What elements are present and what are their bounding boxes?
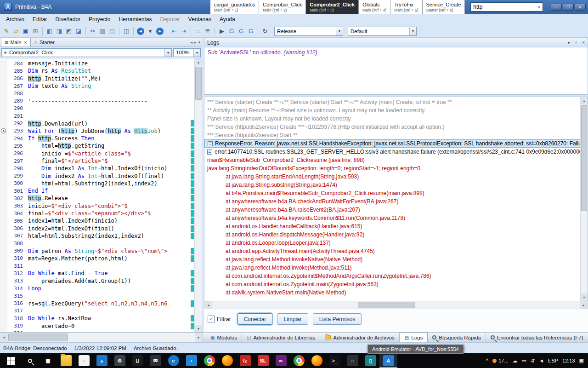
quick-tab-service-create[interactable]: Service_CreateStarter (ctrl + 6) bbox=[423, 0, 465, 14]
goto-sub-icon[interactable]: G bbox=[227, 27, 236, 36]
filter-checkbox[interactable]: ✓ bbox=[208, 316, 215, 322]
log-entry[interactable]: at anywheresoftware.b4a.BA.raiseEvent2(B… bbox=[204, 206, 580, 214]
android-studio-icon[interactable]: ∩ bbox=[344, 353, 362, 368]
notepad-icon[interactable]: ≡ bbox=[75, 353, 93, 368]
chevron-down-icon[interactable]: ▾ bbox=[567, 40, 570, 45]
code-line[interactable]: 307html=html.Substring2(index1,index2) bbox=[0, 232, 191, 240]
indent-icon[interactable]: ⇥ bbox=[179, 27, 188, 36]
firefox-icon[interactable] bbox=[218, 353, 236, 368]
start-button[interactable] bbox=[0, 353, 21, 368]
goto-next-sub-icon[interactable]: G bbox=[237, 27, 246, 36]
scroll-right-icon[interactable] bbox=[580, 301, 588, 309]
designer-icon[interactable]: ◧ bbox=[45, 27, 54, 36]
menu-editar[interactable]: Editar bbox=[28, 15, 51, 24]
mail-icon[interactable]: ✉ bbox=[147, 353, 164, 368]
filezilla-icon[interactable]: fz bbox=[236, 353, 254, 368]
code-line[interactable]: 305index1=html.IndexOf(inicio) bbox=[0, 217, 191, 224]
code-line[interactable]: 296 inicio =$"<article class="$ bbox=[0, 150, 191, 157]
pin-icon[interactable]: ⊥ bbox=[574, 40, 578, 45]
language-indicator[interactable]: ESP bbox=[548, 358, 558, 363]
display-icon[interactable]: ▭ bbox=[522, 358, 526, 364]
logs-horizontal-scrollbar[interactable] bbox=[204, 301, 588, 309]
menu-proyecto[interactable]: Proyecto bbox=[85, 15, 114, 24]
editor-horizontal-scrollbar[interactable] bbox=[0, 333, 203, 342]
code-line[interactable]: 317 bbox=[0, 307, 191, 315]
quick-tab-comprobar2-click[interactable]: Comprobar2_ClickMain (ctrl + 3) bbox=[306, 0, 359, 14]
log-entry[interactable]: at java.lang.reflect.Method.invoke(Metho… bbox=[204, 264, 580, 272]
zoom-selector[interactable]: 100% bbox=[173, 48, 201, 57]
log-entry[interactable]: at android.os.Handler.dispatchMessage(Ha… bbox=[204, 230, 580, 239]
log-entry[interactable]: error:14077410:SSL routines:SSL23_GET_SE… bbox=[204, 148, 580, 156]
menu-depurar[interactable]: Depurar bbox=[156, 15, 184, 24]
tab-modulos[interactable]: ▦Módulos bbox=[206, 333, 242, 342]
menu-ayuda[interactable]: Ayuda bbox=[215, 15, 239, 24]
scroll-down-icon[interactable] bbox=[195, 325, 202, 332]
clear-search-icon[interactable]: × bbox=[535, 4, 543, 10]
save-icon[interactable]: ▣ bbox=[21, 27, 30, 36]
quick-tab-globals[interactable]: GlobalsMain (ctrl + 4) bbox=[359, 0, 390, 14]
layouts-icon[interactable]: ◨ bbox=[55, 27, 64, 36]
terminal-icon[interactable]: >_ bbox=[326, 353, 344, 368]
volume-icon[interactable]: ◄ bbox=[539, 358, 544, 364]
task-view-icon[interactable]: ▦ bbox=[39, 353, 57, 368]
quick-tab-trytofix[interactable]: TryToFixMain (ctrl + 5) bbox=[390, 0, 422, 14]
menu-ventanas[interactable]: Ventanas bbox=[184, 15, 215, 24]
code-line[interactable]: 308 bbox=[0, 240, 191, 247]
code-line[interactable]: 304final=$"<div class="sepanum"></div>"$ bbox=[0, 210, 191, 217]
search-icon[interactable] bbox=[21, 353, 39, 368]
close-tab-icon[interactable] bbox=[24, 40, 27, 45]
log-entry[interactable]: at com.android.internal.os.ZygoteInit.ma… bbox=[204, 280, 580, 288]
editor-vertical-scrollbar[interactable] bbox=[194, 58, 202, 332]
firefox-dev-icon[interactable] bbox=[308, 353, 326, 368]
log-entry[interactable]: *** Service (starter) Create **~i:** Ser… bbox=[204, 98, 580, 106]
log-entry[interactable]: at dalvik.system.NativeStart.main(Native… bbox=[204, 288, 580, 297]
log-entry[interactable]: main$ResumableSub_Comprobar2_Clickresume… bbox=[204, 156, 580, 164]
log-entry[interactable]: at java.lang.reflect.Method.invokeNative… bbox=[204, 255, 580, 264]
code-line[interactable]: 292http.Download(url) bbox=[0, 120, 191, 127]
code-line[interactable]: 312Do While mat.Find = True bbox=[0, 270, 191, 277]
weather-widget[interactable]: 17... bbox=[492, 358, 508, 363]
code-line[interactable]: 309Dim patron As String=$"<div class=\"n… bbox=[0, 247, 191, 254]
code-line[interactable]: 286http.Initialize("",Me) bbox=[0, 75, 191, 82]
filter-select[interactable]: Default bbox=[348, 27, 417, 36]
scroll-down-icon[interactable] bbox=[581, 293, 588, 301]
tab-list-icon[interactable]: ▾ bbox=[198, 40, 200, 45]
code-line[interactable]: 298 Dim index1 As Int=html.IndexOf(inici… bbox=[0, 165, 191, 172]
code-line[interactable]: 315 bbox=[0, 292, 191, 299]
edge-icon[interactable]: e bbox=[164, 353, 182, 368]
code-editor[interactable]: 284mensaje.Initialize285Dim rs As Result… bbox=[0, 58, 191, 332]
chrome-icon[interactable] bbox=[200, 353, 218, 368]
visual-studio-icon[interactable]: ∞ bbox=[272, 353, 290, 368]
code-line[interactable]: 297 final=$"</article>"$ bbox=[0, 157, 191, 165]
code-line[interactable]: 313 premiados.Add(mat.Group(1)) bbox=[0, 277, 191, 285]
log-entry[interactable]: at java.lang.String.startEndAndLength(St… bbox=[204, 172, 580, 181]
minimize-button[interactable]: – bbox=[551, 4, 562, 11]
windows-icon[interactable]: ◪ bbox=[74, 27, 83, 36]
editor-tab-main[interactable]: ▦Main bbox=[1, 38, 31, 46]
log-entry[interactable]: at android.os.Looper.loop(Looper.java:13… bbox=[204, 239, 580, 247]
log-entry[interactable]: at android.app.ActivityThread.main(Activ… bbox=[204, 247, 580, 255]
scroll-left-icon[interactable] bbox=[0, 333, 8, 342]
tray-expand-icon[interactable]: ^ bbox=[486, 357, 488, 364]
scroll-up-icon[interactable] bbox=[581, 97, 588, 104]
open-project-icon[interactable]: ▱ bbox=[11, 27, 21, 36]
maximize-button[interactable]: □ bbox=[563, 4, 574, 11]
clock[interactable]: 12:13 bbox=[562, 358, 575, 363]
code-line[interactable]: 316rs=sql.ExecQuery("select n1,n2,n3,n4,… bbox=[0, 300, 191, 307]
permissions-button[interactable]: Lista Permisos bbox=[313, 313, 362, 325]
code-line[interactable]: 319 acertado=0 bbox=[0, 322, 191, 329]
log-entry[interactable]: at java.lang.String.substring(String.jav… bbox=[204, 181, 580, 189]
log-entry[interactable]: at android.os.Handler.handleCallback(Han… bbox=[204, 222, 580, 230]
quick-tab-comprobar-click[interactable]: Comprobar_ClickMain (ctrl + 2) bbox=[259, 0, 306, 14]
reload-icon[interactable]: ↻ bbox=[260, 27, 270, 36]
log-entry[interactable]: Panel size is unknown. Layout may not be… bbox=[204, 115, 580, 123]
scroll-left-icon[interactable] bbox=[204, 301, 212, 309]
log-entry[interactable]: *** Service (httputils2service) Start ** bbox=[204, 131, 580, 139]
code-line[interactable]: 288 bbox=[0, 90, 191, 97]
scroll-up-icon[interactable] bbox=[195, 58, 202, 66]
close-icon[interactable]: × bbox=[582, 40, 585, 45]
store-icon[interactable]: ⊔ bbox=[129, 353, 147, 368]
log-entry[interactable]: ResponseError. Reason: javax.net.ssl.SSL… bbox=[204, 139, 580, 148]
notification-center-icon[interactable]: ▣ bbox=[579, 358, 584, 364]
network-icon[interactable]: ⇵ bbox=[531, 358, 535, 364]
